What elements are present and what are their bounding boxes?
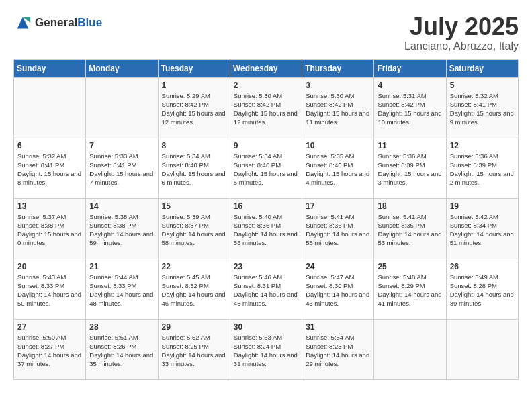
- calendar-cell: [86, 77, 158, 138]
- calendar-cell: 3Sunrise: 5:30 AMSunset: 8:42 PMDaylight…: [302, 77, 374, 138]
- day-number: 22: [162, 262, 226, 271]
- calendar-week-2: 6Sunrise: 5:32 AMSunset: 8:41 PMDaylight…: [14, 138, 519, 198]
- page-header: GeneralBlue July 2025 Lanciano, Abruzzo,…: [13, 13, 519, 52]
- calendar-week-1: 1Sunrise: 5:29 AMSunset: 8:42 PMDaylight…: [14, 77, 519, 138]
- title-block: July 2025 Lanciano, Abruzzo, Italy: [404, 13, 519, 52]
- calendar-cell: 26Sunrise: 5:49 AMSunset: 8:28 PMDayligh…: [446, 259, 518, 319]
- cell-info: Sunrise: 5:36 AMSunset: 8:39 PMDaylight:…: [378, 152, 442, 187]
- cell-info: Sunrise: 5:29 AMSunset: 8:42 PMDaylight:…: [162, 91, 226, 127]
- day-number: 1: [162, 81, 226, 90]
- day-number: 31: [306, 322, 370, 332]
- day-number: 23: [234, 262, 298, 271]
- day-number: 5: [450, 81, 515, 90]
- calendar-table: SundayMondayTuesdayWednesdayThursdayFrid…: [13, 59, 519, 380]
- day-number: 11: [378, 141, 442, 150]
- calendar-cell: 31Sunrise: 5:54 AMSunset: 8:23 PMDayligh…: [302, 319, 374, 379]
- day-number: 29: [162, 322, 226, 332]
- day-number: 10: [306, 141, 370, 150]
- calendar-body: 1Sunrise: 5:29 AMSunset: 8:42 PMDaylight…: [14, 77, 519, 379]
- logo: GeneralBlue: [13, 13, 102, 32]
- calendar-cell: 2Sunrise: 5:30 AMSunset: 8:42 PMDaylight…: [230, 77, 302, 138]
- cell-info: Sunrise: 5:32 AMSunset: 8:41 PMDaylight:…: [450, 91, 515, 127]
- calendar-cell: 15Sunrise: 5:39 AMSunset: 8:37 PMDayligh…: [158, 198, 230, 259]
- cell-info: Sunrise: 5:52 AMSunset: 8:25 PMDaylight:…: [162, 333, 226, 369]
- cell-info: Sunrise: 5:34 AMSunset: 8:40 PMDaylight:…: [234, 152, 298, 187]
- day-number: 14: [89, 201, 154, 211]
- weekday-saturday: Saturday: [446, 59, 518, 77]
- calendar-cell: 22Sunrise: 5:45 AMSunset: 8:32 PMDayligh…: [158, 259, 230, 319]
- calendar-cell: 1Sunrise: 5:29 AMSunset: 8:42 PMDaylight…: [158, 77, 230, 138]
- day-number: 20: [17, 262, 82, 271]
- day-number: 15: [162, 201, 226, 211]
- calendar-cell: 25Sunrise: 5:48 AMSunset: 8:29 PMDayligh…: [374, 259, 446, 319]
- day-number: 26: [450, 262, 515, 271]
- calendar-week-4: 20Sunrise: 5:43 AMSunset: 8:33 PMDayligh…: [14, 259, 519, 319]
- logo-text: GeneralBlue: [35, 16, 102, 30]
- day-number: 6: [17, 141, 82, 150]
- day-number: 7: [89, 141, 154, 150]
- calendar-cell: 24Sunrise: 5:47 AMSunset: 8:30 PMDayligh…: [302, 259, 374, 319]
- calendar-cell: [446, 319, 518, 379]
- calendar-cell: 27Sunrise: 5:50 AMSunset: 8:27 PMDayligh…: [14, 319, 86, 379]
- calendar-week-3: 13Sunrise: 5:37 AMSunset: 8:38 PMDayligh…: [14, 198, 519, 259]
- weekday-sunday: Sunday: [14, 59, 86, 77]
- day-number: 17: [306, 201, 370, 211]
- cell-info: Sunrise: 5:48 AMSunset: 8:29 PMDaylight:…: [378, 273, 442, 308]
- cell-info: Sunrise: 5:46 AMSunset: 8:31 PMDaylight:…: [234, 273, 298, 308]
- day-number: 13: [17, 201, 82, 211]
- weekday-monday: Monday: [86, 59, 158, 77]
- calendar-cell: [14, 77, 86, 138]
- weekday-thursday: Thursday: [302, 59, 374, 77]
- calendar-cell: 29Sunrise: 5:52 AMSunset: 8:25 PMDayligh…: [158, 319, 230, 379]
- cell-info: Sunrise: 5:32 AMSunset: 8:41 PMDaylight:…: [17, 152, 82, 187]
- cell-info: Sunrise: 5:31 AMSunset: 8:42 PMDaylight:…: [378, 91, 442, 127]
- calendar-cell: 23Sunrise: 5:46 AMSunset: 8:31 PMDayligh…: [230, 259, 302, 319]
- cell-info: Sunrise: 5:36 AMSunset: 8:39 PMDaylight:…: [450, 152, 515, 187]
- day-number: 9: [234, 141, 298, 150]
- calendar-cell: 19Sunrise: 5:42 AMSunset: 8:34 PMDayligh…: [446, 198, 518, 259]
- cell-info: Sunrise: 5:41 AMSunset: 8:35 PMDaylight:…: [378, 212, 442, 248]
- cell-info: Sunrise: 5:37 AMSunset: 8:38 PMDaylight:…: [17, 212, 82, 248]
- day-number: 12: [450, 141, 515, 150]
- calendar-cell: 17Sunrise: 5:41 AMSunset: 8:36 PMDayligh…: [302, 198, 374, 259]
- calendar-cell: 14Sunrise: 5:38 AMSunset: 8:38 PMDayligh…: [86, 198, 158, 259]
- calendar-cell: 11Sunrise: 5:36 AMSunset: 8:39 PMDayligh…: [374, 138, 446, 198]
- day-number: 30: [234, 322, 298, 332]
- cell-info: Sunrise: 5:45 AMSunset: 8:32 PMDaylight:…: [162, 273, 226, 308]
- calendar-cell: 20Sunrise: 5:43 AMSunset: 8:33 PMDayligh…: [14, 259, 86, 319]
- calendar-cell: 28Sunrise: 5:51 AMSunset: 8:26 PMDayligh…: [86, 319, 158, 379]
- cell-info: Sunrise: 5:38 AMSunset: 8:38 PMDaylight:…: [89, 212, 154, 248]
- calendar-cell: 18Sunrise: 5:41 AMSunset: 8:35 PMDayligh…: [374, 198, 446, 259]
- weekday-tuesday: Tuesday: [158, 59, 230, 77]
- calendar-cell: 16Sunrise: 5:40 AMSunset: 8:36 PMDayligh…: [230, 198, 302, 259]
- cell-info: Sunrise: 5:41 AMSunset: 8:36 PMDaylight:…: [306, 212, 370, 248]
- weekday-header-row: SundayMondayTuesdayWednesdayThursdayFrid…: [14, 59, 519, 77]
- day-number: 27: [17, 322, 82, 332]
- weekday-friday: Friday: [374, 59, 446, 77]
- day-number: 2: [234, 81, 298, 90]
- calendar-cell: 8Sunrise: 5:34 AMSunset: 8:40 PMDaylight…: [158, 138, 230, 198]
- day-number: 21: [89, 262, 154, 271]
- cell-info: Sunrise: 5:51 AMSunset: 8:26 PMDaylight:…: [89, 333, 154, 369]
- calendar-cell: 21Sunrise: 5:44 AMSunset: 8:33 PMDayligh…: [86, 259, 158, 319]
- cell-info: Sunrise: 5:30 AMSunset: 8:42 PMDaylight:…: [306, 91, 370, 127]
- calendar-cell: 4Sunrise: 5:31 AMSunset: 8:42 PMDaylight…: [374, 77, 446, 138]
- cell-info: Sunrise: 5:34 AMSunset: 8:40 PMDaylight:…: [162, 152, 226, 187]
- calendar-cell: 30Sunrise: 5:53 AMSunset: 8:24 PMDayligh…: [230, 319, 302, 379]
- calendar-cell: 7Sunrise: 5:33 AMSunset: 8:41 PMDaylight…: [86, 138, 158, 198]
- weekday-wednesday: Wednesday: [230, 59, 302, 77]
- location-title: Lanciano, Abruzzo, Italy: [404, 40, 519, 52]
- day-number: 4: [378, 81, 442, 90]
- month-title: July 2025: [404, 13, 519, 40]
- calendar-cell: 12Sunrise: 5:36 AMSunset: 8:39 PMDayligh…: [446, 138, 518, 198]
- calendar-week-5: 27Sunrise: 5:50 AMSunset: 8:27 PMDayligh…: [14, 319, 519, 379]
- cell-info: Sunrise: 5:54 AMSunset: 8:23 PMDaylight:…: [306, 333, 370, 369]
- cell-info: Sunrise: 5:39 AMSunset: 8:37 PMDaylight:…: [162, 212, 226, 248]
- calendar-cell: 5Sunrise: 5:32 AMSunset: 8:41 PMDaylight…: [446, 77, 518, 138]
- cell-info: Sunrise: 5:35 AMSunset: 8:40 PMDaylight:…: [306, 152, 370, 187]
- cell-info: Sunrise: 5:53 AMSunset: 8:24 PMDaylight:…: [234, 333, 298, 369]
- day-number: 28: [89, 322, 154, 332]
- day-number: 3: [306, 81, 370, 90]
- day-number: 24: [306, 262, 370, 271]
- calendar-cell: 13Sunrise: 5:37 AMSunset: 8:38 PMDayligh…: [14, 198, 86, 259]
